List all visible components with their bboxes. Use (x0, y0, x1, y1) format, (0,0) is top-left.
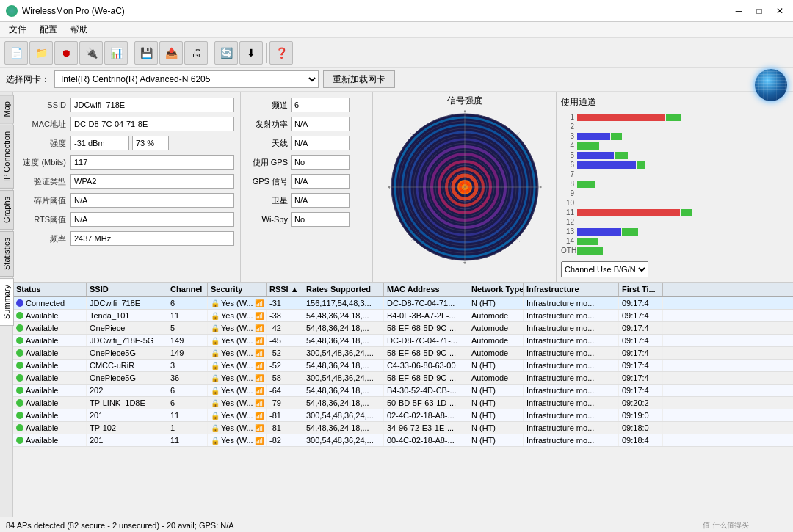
table-cell: -81 (267, 409, 303, 421)
channel-label: 14 (561, 237, 577, 245)
signal-icon: 📶 (255, 312, 264, 320)
nic-select-dropdown[interactable]: Intel(R) Centrino(R) Advanced-N 6205 (54, 70, 319, 88)
tab-ip-connection[interactable]: IP Connection (0, 125, 14, 189)
table-header-cell[interactable]: Infrastructure (524, 283, 619, 296)
channel-dropdown[interactable]: Channel Use B/G/N (561, 261, 789, 277)
table-header-cell[interactable]: Network Type (468, 283, 524, 296)
table-cell: -82 (267, 434, 303, 446)
table-header-cell[interactable]: SSID (87, 283, 167, 296)
table-cell: Automode (468, 322, 524, 334)
channel-bar-area (577, 133, 789, 140)
table-cell: 58-EF-68-5D-9C-... (384, 347, 468, 359)
table-row[interactable]: AvailableOnePiece5🔒Yes (W...📶-4254,48,36… (13, 322, 793, 335)
security-label: Yes (W... (221, 436, 253, 445)
speed-value: 117 (70, 155, 234, 170)
table-cell: -52 (267, 347, 303, 359)
tb-btn7[interactable]: 📤 (159, 41, 183, 65)
table-row[interactable]: ConnectedJDCwifi_718E6🔒Yes (W...📶-31156,… (13, 297, 793, 310)
status-dot (16, 399, 23, 407)
tb-btn4[interactable]: 🔌 (79, 41, 103, 65)
table-cell: Automode (468, 335, 524, 346)
maximize-button[interactable]: □ (752, 4, 767, 18)
status-cell: Available (16, 411, 83, 420)
table-cell: Infrastructure mo... (524, 397, 619, 409)
channel-bar (577, 142, 599, 150)
table-header-cell[interactable]: MAC Address (384, 283, 468, 296)
tab-map[interactable]: Map (0, 95, 14, 123)
table-row[interactable]: AvailableTP-1021🔒Yes (W...📶-8154,48,36,2… (13, 422, 793, 434)
tb-open-btn[interactable]: 📁 (29, 41, 53, 65)
security-cell: 🔒Yes (W...📶 (211, 336, 263, 345)
table-row[interactable]: AvailableTenda_10111🔒Yes (W...📶-3854,48,… (13, 310, 793, 322)
tab-graphs[interactable]: Graphs (0, 190, 14, 230)
table-cell: N (HT) (468, 409, 524, 421)
menu-help[interactable]: 帮助 (65, 22, 94, 37)
table-cell: 1 (167, 422, 208, 434)
tb-btn9[interactable]: 🔄 (214, 41, 238, 65)
table-cell: 54,48,36,24,18,... (303, 360, 384, 371)
mac-row: MAC地址 DC-D8-7C-04-71-8E (19, 117, 234, 131)
status-label: Available (26, 349, 58, 357)
menu-config[interactable]: 配置 (34, 22, 63, 37)
signal-icon: 📶 (255, 424, 264, 432)
table-cell: -38 (267, 310, 303, 321)
table-row[interactable]: AvailableJDCwifi_718E-5G149🔒Yes (W...📶-4… (13, 335, 793, 347)
radar-canvas (388, 110, 542, 264)
tb-btn10[interactable]: ⬇ (239, 41, 263, 65)
table-cell: 5 (167, 322, 208, 334)
satellite-row: 卫星 N/A (247, 193, 366, 208)
close-button[interactable]: ✕ (772, 4, 787, 18)
table-row[interactable]: Available2026🔒Yes (W...📶-6454,48,36,24,1… (13, 385, 793, 397)
tb-btn5[interactable]: 📊 (104, 41, 128, 65)
minimize-button[interactable]: ─ (731, 4, 746, 18)
table-row[interactable]: Available20111🔒Yes (W...📶-82300,54,48,36… (13, 434, 793, 447)
security-cell: 🔒Yes (W...📶 (211, 386, 263, 395)
lock-icon: 🔒 (211, 424, 220, 432)
reload-nic-button[interactable]: 重新加载网卡 (323, 70, 395, 88)
table-row[interactable]: AvailableOnePiece5G36🔒Yes (W...📶-58300,5… (13, 372, 793, 385)
tb-btn6[interactable]: 💾 (134, 41, 158, 65)
tb-sep2 (211, 43, 211, 63)
table-row[interactable]: AvailableOnePiece5G149🔒Yes (W...📶-52300,… (13, 347, 793, 360)
tb-help-btn[interactable]: ❓ (269, 41, 293, 65)
table-cell: 54,48,36,24,18,... (303, 322, 384, 334)
table-cell: Infrastructure mo... (524, 372, 619, 384)
status-dot (16, 424, 23, 431)
table-cell: 09:19:0 (619, 409, 663, 421)
status-cell: Available (16, 336, 83, 345)
lock-icon: 🔒 (211, 437, 220, 445)
table-header-cell[interactable]: First Ti... (619, 283, 663, 296)
tb-btn8[interactable]: 🖨 (184, 41, 208, 65)
table-header-cell[interactable]: Security (208, 283, 267, 296)
tb-sep3 (266, 43, 267, 63)
table-cell: Infrastructure mo... (524, 335, 619, 346)
lock-icon: 🔒 (211, 299, 220, 307)
channel-bar (577, 238, 598, 245)
table-header-cell[interactable]: RSSI ▲ (267, 283, 303, 296)
status-label: Available (26, 411, 58, 420)
table-row[interactable]: AvailableCMCC-uRiR3🔒Yes (W...📶-5254,48,3… (13, 360, 793, 372)
signal-icon: 📶 (255, 374, 264, 382)
channel-bar (577, 181, 595, 188)
table-header-cell[interactable]: Channel (167, 283, 208, 296)
table-cell: Available (13, 397, 87, 409)
tab-statistics[interactable]: Statistics (0, 231, 14, 277)
channel-label: OTH (561, 247, 577, 255)
table-header-cell[interactable]: Status (13, 283, 87, 296)
table-cell: 09:20:2 (619, 397, 663, 409)
table-row[interactable]: AvailableTP-LINK_1D8E6🔒Yes (W...📶-7954,4… (13, 397, 793, 409)
table-row[interactable]: Available20111🔒Yes (W...📶-81300,54,48,36… (13, 409, 793, 422)
table-header-cell[interactable]: Rates Supported (303, 283, 384, 296)
table-cell: Available (13, 385, 87, 396)
channel-type-select[interactable]: Channel Use B/G/N (561, 261, 648, 277)
security-cell: 🔒Yes (W...📶 (211, 311, 263, 320)
menu-file[interactable]: 文件 (3, 22, 32, 37)
table-cell: 300,54,48,36,24,... (303, 347, 384, 359)
table-cell: Connected (13, 297, 87, 309)
strength-dbm: -31 dBm (70, 136, 129, 150)
tb-new-btn[interactable]: 📄 (4, 41, 28, 65)
wispy-row: Wi-Spy No (247, 212, 366, 227)
tb-record-btn[interactable]: ⏺ (54, 41, 78, 65)
tab-summary[interactable]: Summary (0, 278, 14, 326)
nic-select-row: 选择网卡： Intel(R) Centrino(R) Advanced-N 62… (0, 68, 793, 92)
